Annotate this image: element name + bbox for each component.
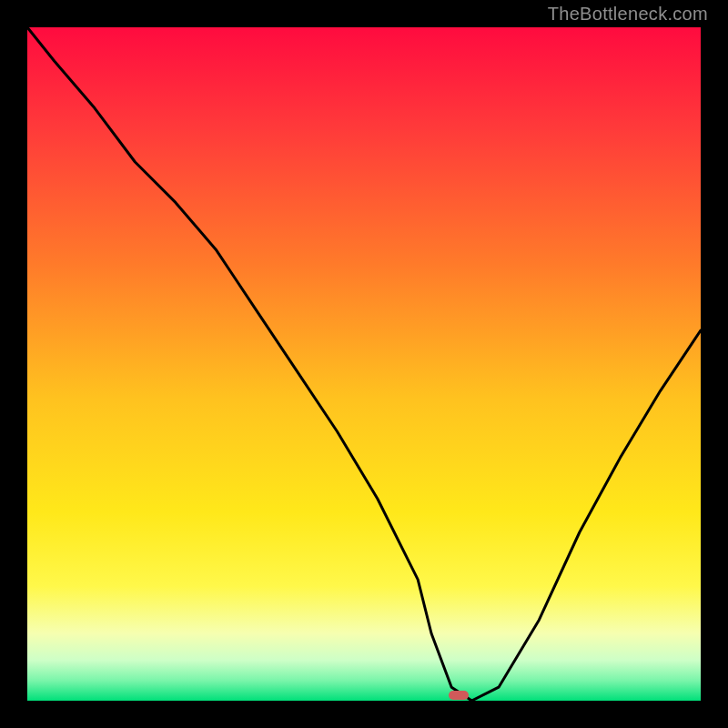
curve-layer xyxy=(27,27,701,701)
plot-area xyxy=(27,27,701,701)
chart-stage: TheBottleneck.com xyxy=(0,0,728,728)
bottleneck-curve xyxy=(27,27,701,701)
optimal-marker xyxy=(449,691,469,700)
watermark-label: TheBottleneck.com xyxy=(548,4,708,25)
